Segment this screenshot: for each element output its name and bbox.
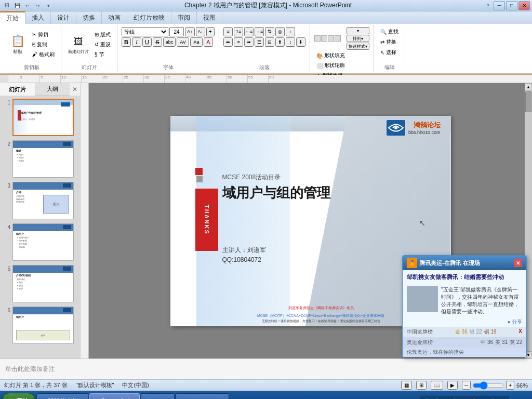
para-align-mid-btn[interactable]: ↕ [286, 37, 295, 47]
para-align-bot-btn[interactable]: ⬇ [296, 37, 305, 47]
arrange-btn[interactable]: 排列▾ [347, 35, 369, 42]
tray-icon-input[interactable]: 中 [451, 397, 459, 399]
columns-btn[interactable]: ⊟ [265, 37, 274, 47]
panel-close-btn[interactable]: ✕ [70, 83, 80, 96]
slide-panel: 幻灯片 大纲 ✕ 1 域用户与组的管理 主讲人：刘道军 [0, 83, 81, 358]
tab-animations[interactable]: 动画 [102, 11, 127, 24]
slideshow-btn[interactable]: ▶ [447, 381, 458, 390]
line-spacing-btn[interactable]: ↕ [286, 27, 295, 36]
tab-review[interactable]: 审阅 [171, 11, 197, 24]
increase-font-btn[interactable]: A↑ [185, 27, 195, 36]
bullets-btn[interactable]: ≡ [223, 27, 233, 36]
cut-btn[interactable]: ✂ 剪切 [30, 30, 57, 39]
shape-item[interactable] [335, 35, 341, 42]
para-align-top-btn[interactable]: ⬆ [275, 37, 285, 47]
font-color-btn[interactable]: A [204, 37, 213, 47]
start-button[interactable]: ⊞ 开始 [2, 393, 35, 399]
justify-btn[interactable]: ☰ [255, 37, 264, 47]
help-btn[interactable]: ? [483, 1, 493, 10]
zoom-out-btn[interactable]: ─ [462, 381, 471, 390]
popup-share-btn[interactable]: ♦ 分享 [403, 317, 526, 327]
more-quick-btn[interactable]: ▾ [44, 1, 53, 10]
tab-design[interactable]: 设计 [51, 11, 76, 24]
italic-btn[interactable]: I [132, 37, 141, 47]
new-slide-btn[interactable]: 🖼 新建幻灯片 [65, 33, 91, 56]
decrease-font-btn[interactable]: A↓ [196, 27, 206, 36]
quick-styles-btn[interactable]: 快速样式▾ [347, 43, 369, 50]
tray-icon-3[interactable]: 📺 [479, 397, 487, 399]
font-family-select[interactable]: 等线 [122, 27, 168, 36]
tray-icon-security[interactable]: 🛡 [442, 397, 450, 399]
tab-outline[interactable]: 大纲 [35, 83, 70, 96]
align-center-btn[interactable]: ≡ [234, 37, 243, 47]
find-btn[interactable]: 🔍 查找 [378, 27, 401, 36]
tab-home[interactable]: 开始 [0, 11, 25, 24]
slide-thumb-4[interactable]: 4 域用户 • 域用户账户 • 用户配置 • 账户策略 • 组策略 [2, 222, 78, 262]
tab-slides[interactable]: 幻灯片 [0, 83, 35, 96]
redo-quick-btn[interactable]: ↪ [33, 1, 43, 10]
layout-btn[interactable]: ⊞ 版式 [92, 30, 113, 39]
tray-icon-1[interactable]: 📧 [460, 397, 469, 399]
tray-icon-2[interactable]: 💬 [470, 397, 478, 399]
slide-thumb-3[interactable]: 3 介绍 图片 介绍内容详细说明更多内容 [2, 181, 78, 220]
slide-thumb-1[interactable]: 1 域用户与组的管理 主讲人：刘道军 [2, 98, 78, 137]
popup-close-btn[interactable]: ✕ [514, 259, 522, 267]
strikethrough-btn[interactable]: S [153, 37, 162, 47]
tab-view[interactable]: 视图 [197, 11, 222, 24]
tray-icon-4[interactable]: 🔔 [488, 397, 497, 399]
shape-item[interactable] [328, 35, 334, 42]
text-shadow-btn[interactable]: abc [163, 37, 176, 47]
slide-sorter-btn[interactable]: ⊞ [416, 381, 427, 390]
shape-fill-btn[interactable]: 🎨 形状填充 [314, 51, 347, 60]
tray-icon-sound[interactable]: 🔊 [432, 397, 441, 399]
zoom-slider-input[interactable] [473, 381, 504, 390]
notes-bar[interactable]: 单击此处添加备注 [0, 358, 532, 379]
copy-btn[interactable]: ⎘ 复制 [30, 40, 57, 49]
slide-thumb-2[interactable]: 2 概述 • 内容1 • 内容2 • 内容3 [2, 139, 78, 179]
replace-btn[interactable]: ⇄ 替换 [378, 37, 398, 47]
smartart-btn[interactable]: ◎ [275, 27, 285, 36]
taskbar-btn-2[interactable]: 🎞 Chapter 2 域... [89, 393, 139, 399]
drawing-more-btn[interactable]: ▾ [347, 27, 369, 34]
taskbar-btn-4[interactable]: 💻 Server 1 - VM... [176, 393, 229, 399]
tab-insert[interactable]: 插入 [25, 11, 51, 24]
shape-outline-btn[interactable]: ⬜ 形状轮廓 [314, 61, 347, 70]
align-left-btn[interactable]: ⬅ [223, 37, 233, 47]
zoom-in-btn[interactable]: + [506, 381, 514, 390]
clear-format-btn[interactable]: ✦ [206, 27, 215, 36]
minimize-btn[interactable]: ─ [494, 1, 505, 10]
section-btn[interactable]: § 节 [92, 50, 113, 59]
slide-thumb-6[interactable]: 6 域用户 图表 [2, 305, 78, 345]
reading-view-btn[interactable]: 📖 [431, 381, 443, 390]
font-size-aa-btn[interactable]: Aa [190, 37, 203, 47]
format-painter-btn[interactable]: 🖌 格式刷 [30, 50, 57, 59]
char-spacing-btn[interactable]: AV [177, 37, 189, 47]
tray-icon-5[interactable]: ⚙ [498, 397, 506, 399]
shape-item[interactable] [321, 35, 327, 42]
reset-btn[interactable]: ↺ 重设 [92, 40, 113, 49]
underline-btn[interactable]: U [142, 37, 152, 47]
slide-thumb-5[interactable]: 5 介绍OU组织 组织单位 • 概念 • 创建 • 管理 [2, 264, 78, 303]
undo-quick-btn[interactable]: ↩ [23, 1, 32, 10]
text-direction-btn[interactable]: ⇅ [265, 27, 274, 36]
select-btn[interactable]: ↖ 选择 [378, 48, 398, 57]
save-quick-btn[interactable]: 💾 [12, 1, 22, 10]
shape-item[interactable] [314, 35, 321, 42]
scroll-up-btn[interactable]: ▲ [525, 83, 532, 90]
decrease-indent-btn[interactable]: ←≡ [244, 27, 254, 36]
increase-indent-btn[interactable]: →≡ [255, 27, 264, 36]
normal-view-btn[interactable]: ▦ [401, 381, 412, 390]
taskbar-btn-1[interactable]: 🖥 3660-[教学]鸿... [36, 393, 88, 399]
bold-btn[interactable]: B [122, 37, 131, 47]
restore-btn[interactable]: □ [506, 1, 517, 10]
tab-transitions[interactable]: 切换 [76, 11, 102, 24]
align-right-btn[interactable]: ➡ [244, 37, 254, 47]
tray-icon-network[interactable]: 🌐 [423, 397, 431, 399]
numbering-btn[interactable]: 1≡ [234, 27, 243, 36]
close-btn[interactable]: ✕ [518, 1, 530, 10]
tab-slideshow[interactable]: 幻灯片放映 [127, 11, 171, 24]
taskbar-btn-3[interactable]: 🌐 join.me [141, 393, 175, 399]
font-size-input[interactable] [169, 27, 184, 36]
paste-btn[interactable]: 📋 粘贴 [6, 32, 29, 57]
scroll-thumb[interactable] [525, 91, 531, 112]
